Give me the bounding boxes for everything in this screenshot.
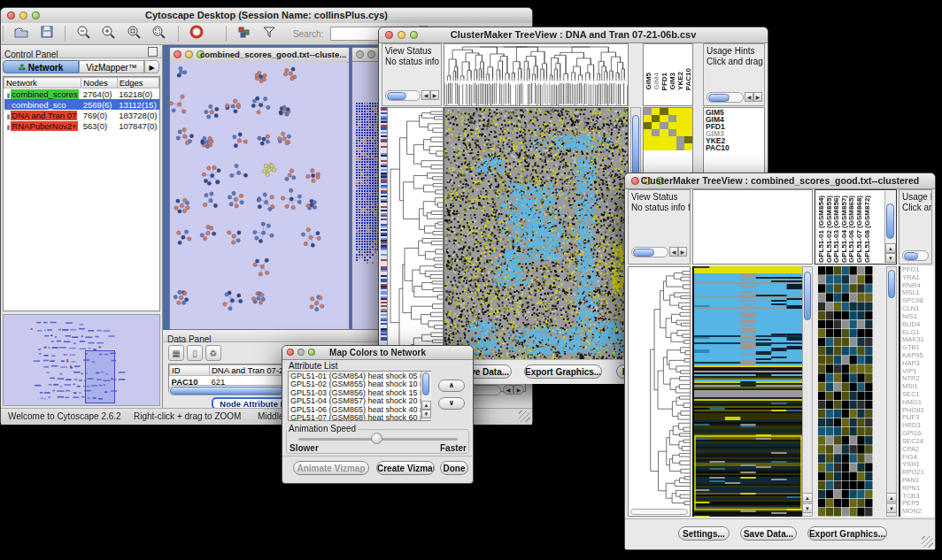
tv2-dendro-hscrollbar[interactable] — [630, 509, 688, 515]
new-attribute-icon[interactable]: ▯ — [187, 345, 203, 361]
treeview1-titlebar[interactable]: ClusterMaker TreeView : DNA and Tran 07-… — [379, 27, 768, 43]
column-label[interactable]: PAC10 — [685, 68, 693, 90]
scroll-left-icon[interactable]: ◀ — [745, 92, 753, 102]
filter-icon[interactable] — [259, 25, 280, 42]
tv2-global-heatmap[interactable] — [692, 266, 802, 517]
matrix-cell[interactable] — [660, 129, 668, 136]
matrix-cell[interactable] — [652, 115, 660, 122]
move-down-button[interactable]: ∨ — [438, 397, 465, 410]
tv1-row-dendrogram[interactable] — [387, 107, 444, 381]
matrix-cell[interactable] — [644, 108, 652, 115]
matrix-cell[interactable] — [676, 108, 684, 115]
network-row[interactable]: ▮RNAPuberNov2+ 563(0) 107847(0) — [4, 120, 159, 131]
matrix-cell[interactable] — [684, 136, 692, 143]
tv2-row-dendrogram[interactable] — [628, 266, 691, 517]
resize-grip[interactable] — [519, 410, 530, 422]
tv2-global-vscrollbar[interactable]: ▲ ▼ — [802, 266, 813, 517]
matrix-cell[interactable] — [676, 129, 684, 136]
scroll-right-icon[interactable]: ▶ — [430, 90, 439, 100]
done-button[interactable]: Done — [440, 461, 468, 475]
matrix-cell[interactable] — [684, 115, 692, 122]
scroll-right-icon[interactable]: ▶ — [678, 247, 687, 257]
matrix-cell[interactable] — [676, 122, 684, 129]
close-button[interactable] — [174, 50, 181, 58]
tab-overflow-icon[interactable]: ▶ — [144, 60, 159, 73]
matrix-cell[interactable] — [652, 143, 660, 150]
scroll-down-icon[interactable]: ▼ — [886, 503, 897, 513]
matrix-cell[interactable] — [676, 143, 684, 150]
tv1-heatmap[interactable] — [444, 107, 629, 381]
tv1-status-hscrollbar[interactable] — [385, 90, 421, 101]
tab-vizmapper[interactable]: VizMapper™ — [79, 60, 144, 73]
matrix-cell[interactable] — [668, 136, 676, 143]
gene-label[interactable]: MON2 — [902, 508, 934, 516]
matrix-cell[interactable] — [644, 129, 652, 136]
main-titlebar[interactable]: Cytoscape Desktop (Session Name: collins… — [1, 8, 532, 24]
tv2-zoom-vscrollbar[interactable]: ▲ ▼ — [886, 266, 897, 517]
matrix-cell[interactable] — [660, 143, 668, 150]
matrix-cell[interactable] — [668, 143, 676, 150]
scroll-down-icon[interactable]: ▼ — [421, 410, 431, 418]
scroll-left-icon[interactable]: ◀ — [421, 90, 430, 100]
column-label[interactable]: GPL51-08 (GSM872) — [864, 196, 872, 263]
network-row[interactable]: ▮DNA and Tran 07 769(0) 183728(0) — [4, 110, 159, 120]
zoom-fit-icon[interactable] — [149, 25, 170, 42]
create-vizmap-button[interactable]: Create Vizmap — [376, 461, 435, 475]
attribute-list-vscrollbar[interactable]: ▲ ▼ — [421, 372, 431, 420]
attr-col-id[interactable]: ID — [170, 365, 210, 376]
scroll-right-icon[interactable]: ▶ — [513, 385, 524, 395]
scroll-up-icon[interactable]: ▲ — [886, 493, 897, 502]
treeview2-titlebar[interactable]: ClusterMaker TreeView : combined_scores_… — [625, 173, 935, 189]
close-button[interactable] — [356, 50, 364, 58]
zoom-out-icon[interactable] — [73, 25, 95, 42]
matrix-cell[interactable] — [652, 136, 660, 143]
network-window-1[interactable]: combined_scores_good.txt--cluste... — [169, 47, 350, 330]
scroll-down-icon[interactable]: ▼ — [802, 503, 813, 513]
matrix-cell[interactable] — [652, 129, 660, 136]
tv1-hints-hscrollbar[interactable] — [706, 92, 744, 103]
network-row[interactable]: ▮combined_sco 2569(6) 13112(15) — [4, 99, 159, 110]
matrix-cell[interactable] — [644, 122, 652, 129]
matrix-cell[interactable] — [660, 115, 668, 122]
scroll-up-icon[interactable]: ▲ — [885, 243, 896, 253]
matrix-cell[interactable] — [668, 129, 676, 136]
matrix-cell[interactable] — [684, 143, 692, 150]
zoom-in-icon[interactable] — [98, 25, 120, 42]
matrix-cell[interactable] — [668, 122, 676, 129]
vizmapper-icon[interactable] — [234, 25, 255, 42]
dialog-titlebar[interactable]: Map Colors to Network — [282, 346, 473, 360]
matrix-cell[interactable] — [668, 115, 676, 122]
move-up-button[interactable]: ∧ — [438, 380, 465, 392]
tab-network[interactable]: ⁂ Network — [3, 60, 79, 73]
row-label[interactable]: PAC10 — [706, 144, 764, 151]
network-view-canvas[interactable] — [170, 62, 347, 327]
resize-grip[interactable] — [922, 536, 933, 548]
settings-button[interactable]: Settings... — [678, 526, 730, 541]
scroll-down-icon[interactable]: ▼ — [885, 253, 896, 263]
birdseye-viewport-rect[interactable] — [85, 350, 115, 403]
matrix-cell[interactable] — [684, 122, 692, 129]
attribute-listbox[interactable]: GPL51-01 (GSM854) heat shock 05 minGPL51… — [288, 371, 431, 421]
matrix-cell[interactable] — [652, 122, 660, 129]
scroll-up-icon[interactable]: ▲ — [421, 401, 431, 410]
open-file-icon[interactable] — [11, 25, 32, 42]
zoom-selected-icon[interactable] — [124, 25, 145, 42]
tv2-status-hscrollbar[interactable] — [631, 247, 668, 257]
matrix-cell[interactable] — [676, 136, 684, 143]
matrix-cell[interactable] — [660, 136, 668, 143]
matrix-cell[interactable] — [684, 129, 692, 136]
export-graphics-button[interactable]: Export Graphics... — [807, 526, 887, 541]
matrix-cell[interactable] — [644, 143, 652, 150]
matrix-cell[interactable] — [684, 108, 692, 115]
animate-vizmap-button[interactable]: Animate Vizmap — [293, 461, 369, 475]
tv2-zoom-heatmap[interactable] — [818, 266, 873, 517]
export-graphics-button[interactable]: Export Graphics... — [524, 364, 602, 379]
attribute-list-item[interactable]: GPL51-07 (GSM868) heat shock 60 min — [290, 414, 430, 421]
delete-attribute-icon[interactable]: ♽ — [205, 345, 221, 361]
matrix-cell[interactable] — [660, 108, 668, 115]
matrix-cell[interactable] — [652, 108, 660, 115]
birdseye-view[interactable] — [3, 314, 160, 406]
matrix-cell[interactable] — [668, 108, 676, 115]
save-session-icon[interactable] — [36, 25, 58, 42]
tv1-column-dendrogram[interactable] — [444, 43, 629, 106]
